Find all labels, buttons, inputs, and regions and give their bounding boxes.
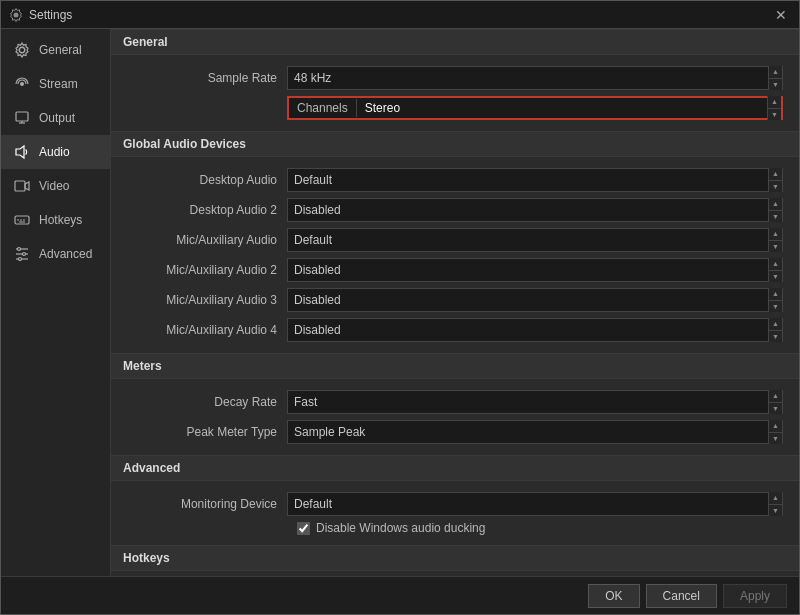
svg-marker-6 — [16, 146, 24, 158]
desktop-audio-control[interactable]: Default ▲ ▼ — [287, 168, 783, 192]
channels-row: Channels Stereo ▲ ▼ — [127, 95, 783, 121]
mic-aux-2-row: Mic/Auxiliary Audio 2 Disabled ▲ ▼ — [127, 257, 783, 283]
sample-rate-down[interactable]: ▼ — [769, 78, 782, 91]
decay-rate-control[interactable]: Fast ▲ ▼ — [287, 390, 783, 414]
monitoring-device-row: Monitoring Device Default ▲ ▼ — [127, 491, 783, 517]
mic-aux-4-down[interactable]: ▼ — [769, 330, 782, 343]
sidebar: General Stream Output Audio — [1, 29, 111, 576]
mic-aux-2-control[interactable]: Disabled ▲ ▼ — [287, 258, 783, 282]
hotkeys-icon — [13, 211, 31, 229]
sidebar-advanced-label: Advanced — [39, 247, 92, 261]
sidebar-item-audio[interactable]: Audio — [1, 135, 110, 169]
settings-window: Settings ✕ General Stream Ou — [0, 0, 800, 615]
mic-aux-row: Mic/Auxiliary Audio Default ▲ ▼ — [127, 227, 783, 253]
titlebar-left: Settings — [9, 8, 72, 22]
sidebar-general-label: General — [39, 43, 82, 57]
sample-rate-row: Sample Rate 48 kHz ▲ ▼ — [127, 65, 783, 91]
channels-value: Stereo — [357, 99, 767, 117]
sample-rate-control[interactable]: 48 kHz ▲ ▼ — [287, 66, 783, 90]
mic-aux-2-label: Mic/Auxiliary Audio 2 — [127, 263, 287, 277]
general-icon — [13, 41, 31, 59]
peak-meter-up[interactable]: ▲ — [769, 420, 782, 432]
decay-rate-up[interactable]: ▲ — [769, 390, 782, 402]
sample-rate-value: 48 kHz — [288, 69, 768, 87]
monitoring-device-label: Monitoring Device — [127, 497, 287, 511]
mic-aux-3-up[interactable]: ▲ — [769, 288, 782, 300]
sample-rate-label: Sample Rate — [127, 71, 287, 85]
apply-button[interactable]: Apply — [723, 584, 787, 608]
video-icon — [13, 177, 31, 195]
peak-meter-control[interactable]: Sample Peak ▲ ▼ — [287, 420, 783, 444]
desktop-audio-label: Desktop Audio — [127, 173, 287, 187]
channels-arrows[interactable]: ▲ ▼ — [767, 96, 781, 120]
ducking-checkbox[interactable] — [297, 522, 310, 535]
svg-point-1 — [19, 47, 25, 53]
monitoring-device-control[interactable]: Default ▲ ▼ — [287, 492, 783, 516]
svg-rect-3 — [16, 112, 28, 121]
mic-aux-value: Default — [288, 231, 768, 249]
desktop-audio-up[interactable]: ▲ — [769, 168, 782, 180]
svg-point-16 — [19, 258, 22, 261]
monitoring-device-down[interactable]: ▼ — [769, 504, 782, 517]
mic-aux-up[interactable]: ▲ — [769, 228, 782, 240]
sidebar-item-hotkeys[interactable]: Hotkeys — [1, 203, 110, 237]
decay-rate-value: Fast — [288, 393, 768, 411]
monitoring-device-up[interactable]: ▲ — [769, 492, 782, 504]
footer: OK Cancel Apply — [1, 576, 799, 614]
channels-up[interactable]: ▲ — [768, 96, 781, 108]
desktop-audio-2-value: Disabled — [288, 201, 768, 219]
mic-aux-2-up[interactable]: ▲ — [769, 258, 782, 270]
mic-aux-3-down[interactable]: ▼ — [769, 300, 782, 313]
general-section-content: Sample Rate 48 kHz ▲ ▼ Channels Stereo — [111, 55, 799, 131]
hotkeys-section-header: Hotkeys — [111, 545, 799, 571]
desktop-audio-row: Desktop Audio Default ▲ ▼ — [127, 167, 783, 193]
window-title: Settings — [29, 8, 72, 22]
monitoring-device-value: Default — [288, 495, 768, 513]
sidebar-output-label: Output — [39, 111, 75, 125]
mic-aux-3-value: Disabled — [288, 291, 768, 309]
mic-aux-control[interactable]: Default ▲ ▼ — [287, 228, 783, 252]
sidebar-item-output[interactable]: Output — [1, 101, 110, 135]
desktop-audio-2-control[interactable]: Disabled ▲ ▼ — [287, 198, 783, 222]
decay-rate-row: Decay Rate Fast ▲ ▼ — [127, 389, 783, 415]
desktop-audio-2-row: Desktop Audio 2 Disabled ▲ ▼ — [127, 197, 783, 223]
sidebar-item-advanced[interactable]: Advanced — [1, 237, 110, 271]
desktop-audio-2-down[interactable]: ▼ — [769, 210, 782, 223]
desktop-audio-2-up[interactable]: ▲ — [769, 198, 782, 210]
audio-icon — [13, 143, 31, 161]
mic-aux-down[interactable]: ▼ — [769, 240, 782, 253]
mic-aux-3-control[interactable]: Disabled ▲ ▼ — [287, 288, 783, 312]
peak-meter-value: Sample Peak — [288, 423, 768, 441]
channels-control[interactable]: Channels Stereo ▲ ▼ — [287, 96, 783, 120]
sidebar-item-stream[interactable]: Stream — [1, 67, 110, 101]
advanced-section-header: Advanced — [111, 455, 799, 481]
peak-meter-down[interactable]: ▼ — [769, 432, 782, 445]
cancel-button[interactable]: Cancel — [646, 584, 717, 608]
desktop-audio-down[interactable]: ▼ — [769, 180, 782, 193]
sidebar-item-video[interactable]: Video — [1, 169, 110, 203]
sample-rate-arrows[interactable]: ▲ ▼ — [768, 66, 782, 90]
mic-aux-label: Mic/Auxiliary Audio — [127, 233, 287, 247]
mic-aux-2-value: Disabled — [288, 261, 768, 279]
global-audio-section-content: Desktop Audio Default ▲ ▼ Desktop Audio … — [111, 157, 799, 353]
mic-aux-3-label: Mic/Auxiliary Audio 3 — [127, 293, 287, 307]
decay-rate-label: Decay Rate — [127, 395, 287, 409]
mic-aux-4-row: Mic/Auxiliary Audio 4 Disabled ▲ ▼ — [127, 317, 783, 343]
svg-point-2 — [20, 82, 24, 86]
titlebar: Settings ✕ — [1, 1, 799, 29]
mic-aux-2-down[interactable]: ▼ — [769, 270, 782, 283]
mic-aux-4-control[interactable]: Disabled ▲ ▼ — [287, 318, 783, 342]
svg-point-14 — [18, 248, 21, 251]
sidebar-item-general[interactable]: General — [1, 33, 110, 67]
ok-button[interactable]: OK — [588, 584, 639, 608]
sample-rate-up[interactable]: ▲ — [769, 66, 782, 78]
decay-rate-down[interactable]: ▼ — [769, 402, 782, 415]
channels-down[interactable]: ▼ — [768, 108, 781, 121]
settings-icon — [9, 8, 23, 22]
close-button[interactable]: ✕ — [771, 5, 791, 25]
mic-aux-4-up[interactable]: ▲ — [769, 318, 782, 330]
peak-meter-label: Peak Meter Type — [127, 425, 287, 439]
channels-label: Channels — [289, 99, 357, 117]
mic-aux-3-row: Mic/Auxiliary Audio 3 Disabled ▲ ▼ — [127, 287, 783, 313]
mic-aux-4-value: Disabled — [288, 321, 768, 339]
